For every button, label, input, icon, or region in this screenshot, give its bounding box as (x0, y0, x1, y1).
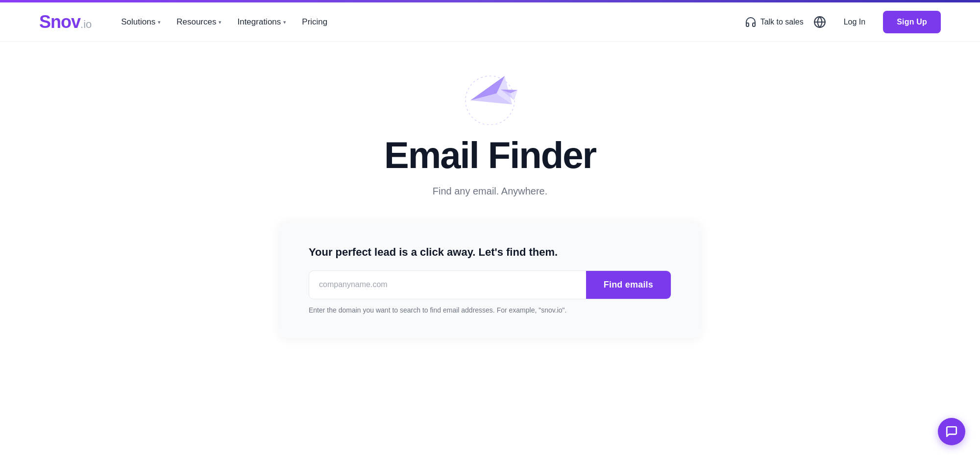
logo-snov-text: Snov (39, 12, 80, 32)
plane-decoration (436, 61, 544, 125)
nav-item-integrations[interactable]: Integrations ▾ (231, 13, 292, 31)
plane-illustration (436, 61, 544, 125)
nav-item-solutions[interactable]: Solutions ▾ (115, 13, 167, 31)
logo[interactable]: Snov .io (39, 12, 92, 32)
navbar-left: Snov .io Solutions ▾ Resources ▾ Integra… (39, 12, 333, 32)
navbar: Snov .io Solutions ▾ Resources ▾ Integra… (0, 2, 980, 42)
login-button[interactable]: Log In (836, 13, 873, 31)
chevron-down-icon: ▾ (219, 19, 221, 25)
globe-icon[interactable] (813, 16, 826, 28)
hero-title: Email Finder (384, 135, 596, 176)
domain-search-input[interactable] (309, 271, 586, 299)
headset-icon (745, 16, 757, 28)
logo-io-text: .io (80, 18, 92, 31)
search-card-title: Your perfect lead is a click away. Let's… (309, 246, 671, 259)
float-action-button[interactable] (938, 418, 965, 445)
hero-subtitle: Find any email. Anywhere. (433, 186, 548, 197)
search-row: Find emails (309, 270, 671, 299)
talk-to-sales-label: Talk to sales (760, 18, 804, 26)
talk-to-sales-link[interactable]: Talk to sales (745, 16, 804, 28)
chevron-down-icon: ▾ (158, 19, 161, 25)
search-card: Your perfect lead is a click away. Let's… (279, 221, 701, 339)
chat-icon (945, 425, 958, 438)
find-emails-button[interactable]: Find emails (586, 271, 671, 299)
nav-item-resources[interactable]: Resources ▾ (171, 13, 227, 31)
hero-section: Email Finder Find any email. Anywhere. Y… (0, 42, 980, 339)
nav-links: Solutions ▾ Resources ▾ Integrations ▾ P… (115, 13, 333, 31)
signup-button[interactable]: Sign Up (883, 11, 941, 33)
nav-item-pricing[interactable]: Pricing (296, 13, 333, 31)
navbar-right: Talk to sales Log In Sign Up (745, 11, 941, 33)
chevron-down-icon: ▾ (283, 19, 286, 25)
search-hint: Enter the domain you want to search to f… (309, 306, 671, 314)
